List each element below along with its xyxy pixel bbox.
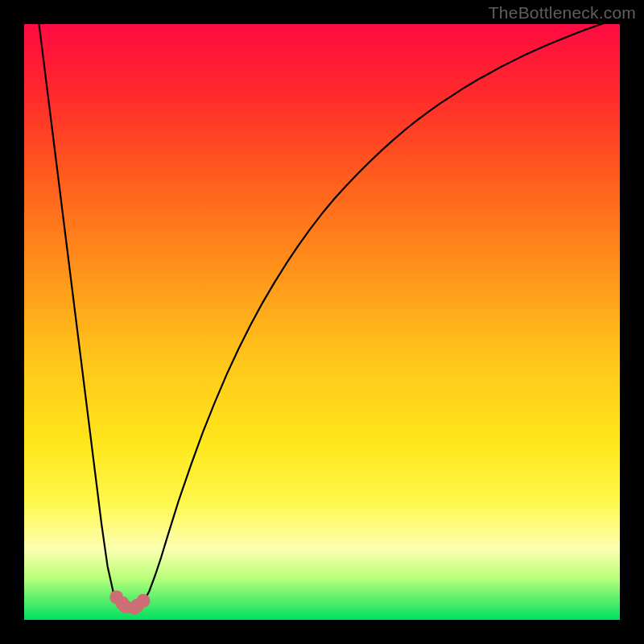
chart-frame: TheBottleneck.com (0, 0, 644, 644)
curve-markers (109, 590, 150, 614)
watermark-text: TheBottleneck.com (489, 3, 636, 23)
curve-marker (116, 597, 130, 610)
bottleneck-curve (24, 24, 620, 608)
curve-marker (130, 599, 144, 613)
plot-area (24, 24, 620, 620)
curve-svg (24, 24, 620, 620)
